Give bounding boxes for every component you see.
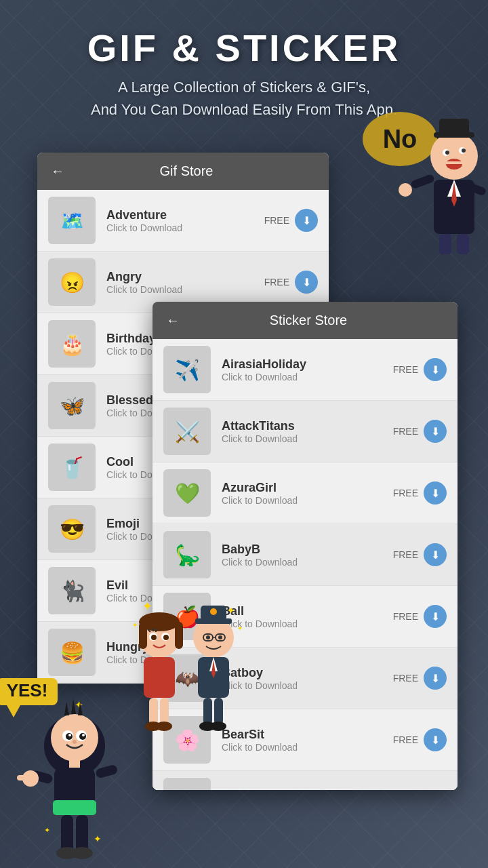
header-title: GIF & STICKER <box>20 27 468 69</box>
svg-text:✦: ✦ <box>94 833 102 844</box>
item-thumbnail: 🦋 <box>48 382 96 429</box>
item-thumbnail: ✈️ <box>163 346 211 393</box>
svg-point-16 <box>399 183 412 197</box>
item-info: AzuraGirl Click to Download <box>222 481 393 506</box>
svg-rect-81 <box>203 698 212 725</box>
item-action: FREE ⬇ <box>393 605 447 628</box>
item-name: Adventure <box>106 208 264 222</box>
item-thumbnail: 💚 <box>163 469 211 517</box>
download-button[interactable]: ⬇ <box>424 605 447 628</box>
svg-rect-55 <box>139 622 147 649</box>
item-info: AttackTitans Click to Download <box>222 419 393 444</box>
item-thumbnail: 😠 <box>48 258 96 306</box>
item-thumbnail: 🗺️ <box>48 197 96 244</box>
item-subtitle: Click to Download <box>222 557 393 568</box>
gif-store-title: Gif Store <box>78 163 295 179</box>
svg-rect-18 <box>457 234 469 254</box>
svg-rect-4 <box>439 119 469 136</box>
item-action: FREE ⬇ <box>393 543 447 566</box>
item-name: BettyBoop <box>222 789 393 791</box>
free-badge: FREE <box>264 277 289 288</box>
couple-sticker: ✦ ✦ ✦ ✦ <box>102 593 271 736</box>
svg-marker-26 <box>64 702 69 715</box>
svg-point-35 <box>73 740 77 744</box>
download-button[interactable]: ⬇ <box>424 420 447 443</box>
svg-text:✦: ✦ <box>227 605 235 616</box>
item-name: AzuraGirl <box>222 481 393 495</box>
download-button[interactable]: ⬇ <box>295 209 318 232</box>
item-name: AirasiaHoliday <box>222 357 393 372</box>
svg-point-34 <box>82 734 85 736</box>
svg-point-76 <box>206 635 210 639</box>
sticker-list-item[interactable]: ✈️ AirasiaHoliday Click to Download FREE… <box>152 339 458 401</box>
item-thumbnail: 🎂 <box>48 320 96 368</box>
gif-list-item[interactable]: 🗺️ Adventure Click to Download FREE ⬇ <box>37 190 329 252</box>
character-no-man: No <box>359 108 488 258</box>
svg-point-25 <box>51 714 98 762</box>
free-badge: FREE <box>393 611 418 622</box>
free-badge: FREE <box>393 364 418 375</box>
svg-point-33 <box>68 734 71 736</box>
item-name: AttackTitans <box>222 419 393 433</box>
item-subtitle: Click to Download <box>222 433 393 444</box>
item-action: FREE ⬇ <box>393 420 447 443</box>
download-button[interactable]: ⬇ <box>424 728 447 751</box>
free-badge: FREE <box>393 488 418 498</box>
download-button[interactable]: ⬇ <box>295 271 318 294</box>
free-badge: FREE <box>264 215 289 226</box>
sticker-list-item[interactable]: 💃 BettyBoop Click to Download FREE ⬇ <box>152 771 458 790</box>
svg-rect-17 <box>439 234 451 254</box>
svg-line-62 <box>152 628 153 631</box>
item-action: FREE ⬇ <box>393 667 447 690</box>
svg-rect-64 <box>144 657 175 698</box>
download-button[interactable]: ⬇ <box>424 481 447 505</box>
svg-rect-43 <box>61 815 73 852</box>
item-subtitle: Click to Download <box>222 742 393 753</box>
free-badge: FREE <box>393 426 418 437</box>
svg-rect-56 <box>175 622 183 649</box>
svg-point-68 <box>156 722 172 731</box>
svg-text:✦: ✦ <box>132 621 138 629</box>
item-thumbnail: 😎 <box>48 505 96 553</box>
svg-rect-66 <box>160 698 169 725</box>
item-action: FREE ⬇ <box>393 728 447 751</box>
sticker-store-back-button[interactable]: ← <box>166 313 180 328</box>
item-subtitle: Click to Download <box>106 222 264 233</box>
svg-rect-44 <box>76 815 88 852</box>
svg-rect-10 <box>446 161 462 164</box>
sticker-list-item[interactable]: 🦕 BabyB Click to Download FREE ⬇ <box>152 524 458 586</box>
item-thumbnail: 🐈‍⬛ <box>48 567 96 614</box>
svg-point-8 <box>462 149 466 153</box>
download-button[interactable]: ⬇ <box>424 667 447 690</box>
svg-text:✦: ✦ <box>142 599 152 613</box>
svg-rect-82 <box>214 698 223 725</box>
item-thumbnail: 💃 <box>163 778 211 790</box>
item-subtitle: Click to Download <box>106 284 264 295</box>
item-name: Angry <box>106 270 264 284</box>
sticker-list-item[interactable]: 💚 AzuraGirl Click to Download FREE ⬇ <box>152 462 458 524</box>
svg-point-46 <box>71 847 93 859</box>
item-info: Angry Click to Download <box>106 270 264 295</box>
svg-rect-42 <box>17 775 30 781</box>
svg-text:✦: ✦ <box>237 625 243 632</box>
svg-rect-36 <box>69 760 80 768</box>
item-info: AirasiaHoliday Click to Download <box>222 357 393 382</box>
item-action: FREE ⬇ <box>393 358 447 381</box>
svg-point-7 <box>445 151 449 155</box>
sticker-list-item[interactable]: ⚔️ AttackTitans Click to Download FREE ⬇ <box>152 401 458 462</box>
free-badge: FREE <box>393 673 418 684</box>
gif-store-back-button[interactable]: ← <box>51 163 64 179</box>
svg-point-84 <box>210 722 226 731</box>
svg-text:No: No <box>383 125 418 153</box>
item-thumbnail: ⚔️ <box>163 408 211 455</box>
svg-marker-21 <box>7 705 20 717</box>
download-button[interactable]: ⬇ <box>424 543 447 566</box>
item-subtitle: Click to Download <box>222 372 393 382</box>
item-info: Adventure Click to Download <box>106 208 264 233</box>
item-info: BabyB Click to Download <box>222 542 393 568</box>
download-button[interactable]: ⬇ <box>424 358 447 381</box>
svg-rect-40 <box>95 764 119 779</box>
item-action: FREE ⬇ <box>393 481 447 505</box>
item-thumbnail: 🥤 <box>48 443 96 491</box>
sticker-store-header: ← Sticker Store <box>152 302 458 339</box>
